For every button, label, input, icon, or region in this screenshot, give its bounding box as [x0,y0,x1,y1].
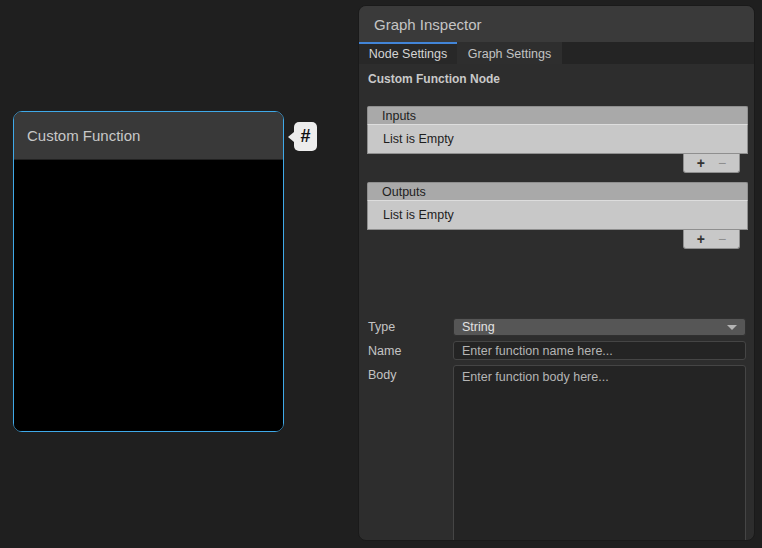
inputs-empty-label: List is Empty [383,132,454,146]
chevron-down-icon [727,325,737,330]
inputs-header-label: Inputs [382,109,416,123]
type-dropdown[interactable]: String [453,318,746,336]
badge-tail-icon [288,132,294,142]
outputs-empty-label: List is Empty [383,208,454,222]
outputs-list: Outputs List is Empty + − [367,182,748,249]
outputs-remove-button[interactable]: − [718,232,726,246]
tab-graph-settings-label: Graph Settings [468,47,551,61]
node-title-label: Custom Function [27,127,140,144]
inputs-add-button[interactable]: + [697,156,705,170]
outputs-list-empty-row: List is Empty [367,201,748,230]
section-title: Custom Function Node [368,72,500,86]
outputs-header-label: Outputs [382,185,426,199]
type-dropdown-value: String [462,320,495,334]
outputs-list-footer: + − [683,230,740,249]
graph-inspector-panel: Graph Inspector Node Settings Graph Sett… [358,5,755,541]
hash-icon: # [300,126,310,147]
outputs-list-header: Outputs [367,182,748,201]
node-preview-area [14,161,283,431]
panel-title: Graph Inspector [374,16,482,33]
node-hash-badge[interactable]: # [294,122,317,151]
inputs-list-empty-row: List is Empty [367,125,748,154]
inputs-list-footer: + − [683,154,740,173]
name-field-label: Name [368,344,401,358]
panel-header[interactable]: Graph Inspector [359,6,754,42]
inputs-list-header: Inputs [367,106,748,125]
tab-node-settings[interactable]: Node Settings [359,42,457,64]
node-title-bar[interactable]: Custom Function [14,112,283,160]
type-field-label: Type [368,320,395,334]
outputs-add-button[interactable]: + [697,232,705,246]
inspector-content: Custom Function Node Inputs List is Empt… [359,64,754,540]
inputs-remove-button[interactable]: − [718,156,726,170]
tab-bar: Node Settings Graph Settings [359,42,754,64]
tab-graph-settings[interactable]: Graph Settings [457,42,562,64]
tab-node-settings-label: Node Settings [369,47,448,61]
function-name-input[interactable] [453,341,746,360]
body-field-label: Body [368,368,397,382]
function-body-textarea[interactable] [453,365,746,541]
custom-function-node[interactable]: Custom Function [13,111,284,432]
inputs-list: Inputs List is Empty + − [367,106,748,173]
